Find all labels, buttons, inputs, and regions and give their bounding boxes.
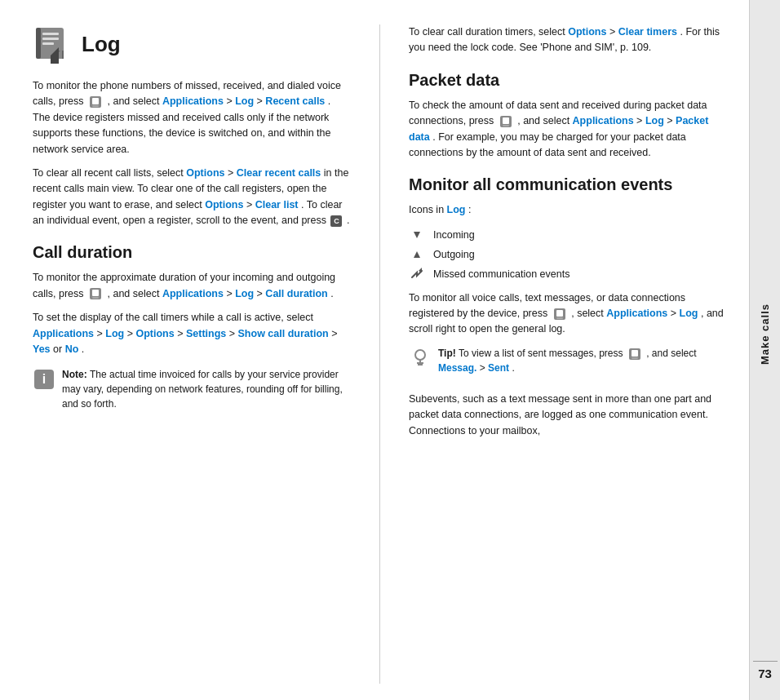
sep-3: > [228, 167, 237, 179]
c-key-icon: C [330, 215, 342, 227]
note-body: The actual time invoiced for calls by yo… [62, 369, 343, 410]
phone-icon-3 [499, 115, 513, 128]
para-clear-text1: To clear all recent call lists, select [33, 167, 186, 179]
note-text: Note: The actual time invoiced for calls… [62, 367, 351, 411]
page-title: Log [82, 32, 121, 57]
sep-12: or [53, 343, 65, 355]
link-options-1[interactable]: Options [186, 167, 224, 179]
link-log-3[interactable]: Log [105, 328, 124, 339]
tip-body-text1: To view a list of sent messages, press [459, 348, 626, 359]
link-log-r2[interactable]: Log [447, 204, 466, 215]
svg-rect-31 [632, 357, 638, 359]
svg-rect-9 [92, 98, 99, 104]
packet-data-heading: Packet data [409, 71, 727, 90]
sep-9: > [177, 328, 186, 339]
outgoing-label: Outgoing [433, 249, 475, 260]
link-options-2[interactable]: Options [205, 199, 243, 210]
incoming-row: Incoming [409, 227, 727, 243]
sep-r5: > [480, 362, 488, 374]
sep-2: > [257, 95, 266, 107]
note-label: Note: [62, 369, 90, 380]
link-yes[interactable]: Yes [33, 343, 51, 355]
link-log-2[interactable]: Log [235, 288, 254, 299]
para-clear-timers: To clear call duration timers, select Op… [409, 24, 727, 56]
icons-list: Incoming Outgoing Missed communication e… [409, 227, 727, 282]
link-sent[interactable]: Sent [488, 362, 509, 374]
page-container: Log To monitor the phone numbers of miss… [0, 0, 780, 700]
para-clear-end: . [347, 215, 349, 226]
outgoing-row: Outgoing [409, 246, 727, 263]
page-number: 73 [758, 667, 772, 680]
sep-r3: > [667, 115, 676, 126]
phone-icon-4 [552, 308, 567, 321]
link-log-1[interactable]: Log [235, 95, 254, 107]
link-log-r1[interactable]: Log [645, 115, 664, 126]
para-ma-sep: , select [571, 308, 606, 319]
para-scd-end: . [82, 343, 84, 355]
icons-colon: : [468, 204, 471, 215]
phone-icon-5 [627, 348, 642, 361]
para-ct-text1: To clear call duration timers, select [409, 26, 568, 38]
link-applications-3[interactable]: Applications [33, 328, 94, 339]
link-applications-r1[interactable]: Applications [573, 115, 634, 126]
svg-rect-4 [42, 42, 54, 45]
sep-1: > [226, 95, 235, 107]
outgoing-arrow-icon [409, 246, 425, 263]
missed-label: Missed communication events [433, 268, 569, 280]
link-options-3[interactable]: Options [135, 328, 174, 339]
monitor-heading: Monitor all communication events [409, 175, 727, 194]
sidebar-right: Make calls 73 [749, 0, 780, 700]
main-content: Log To monitor the phone numbers of miss… [0, 0, 749, 700]
svg-rect-17 [503, 117, 509, 124]
icons-prefix: Icons in [409, 204, 444, 215]
svg-rect-18 [503, 125, 509, 126]
sep-r4: > [671, 308, 680, 319]
sep-8: > [127, 328, 136, 339]
link-applications-1[interactable]: Applications [162, 95, 224, 107]
link-clear-list[interactable]: Clear list [255, 199, 299, 210]
link-messag[interactable]: Messag. [438, 362, 476, 374]
sep-11: > [331, 328, 337, 339]
tip-icon [409, 347, 432, 370]
left-column: Log To monitor the phone numbers of miss… [33, 24, 351, 684]
para-subevents: Subevents, such as a text message sent i… [409, 392, 727, 439]
tip-text: Tip! To view a list of sent messages, pr… [438, 346, 727, 375]
incoming-arrow-icon [409, 227, 425, 243]
right-column: To clear call duration timers, select Op… [409, 24, 727, 684]
link-clear-recent-calls[interactable]: Clear recent calls [237, 167, 321, 179]
note-box: i Note: The actual time invoiced for cal… [33, 367, 351, 419]
link-applications-r2[interactable]: Applications [606, 308, 667, 319]
link-applications-2[interactable]: Applications [162, 288, 224, 299]
log-heading-section: Log [33, 24, 351, 64]
link-recent-calls[interactable]: Recent calls [265, 95, 325, 107]
svg-rect-13 [92, 297, 99, 299]
para-pd-sep: , and select [517, 115, 572, 126]
svg-text:i: i [42, 372, 46, 386]
tip-body-text2: , and select [646, 348, 696, 359]
sep-r1: > [609, 26, 618, 38]
link-settings[interactable]: Settings [186, 328, 226, 339]
phone-icon-2 [88, 287, 103, 300]
sidebar-label: Make calls [759, 303, 771, 365]
incoming-label: Incoming [433, 229, 475, 241]
svg-rect-2 [42, 33, 59, 35]
para-show-call-duration: To set the display of the call timers wh… [33, 310, 351, 357]
link-call-duration[interactable]: Call duration [265, 288, 327, 299]
svg-rect-3 [42, 38, 59, 40]
tip-end: . [512, 362, 514, 374]
link-options-right-1[interactable]: Options [568, 26, 606, 38]
para-cd-end: . [330, 288, 333, 299]
para-cd-sep: , and select [107, 288, 162, 299]
missed-row: Missed communication events [409, 266, 727, 282]
link-no[interactable]: No [65, 343, 79, 355]
svg-marker-20 [414, 251, 420, 258]
column-divider [379, 24, 380, 684]
svg-rect-30 [632, 350, 638, 357]
svg-rect-23 [556, 310, 563, 317]
svg-rect-1 [36, 28, 41, 59]
link-show-call-duration[interactable]: Show call duration [238, 328, 329, 339]
para-scd-text1: To set the display of the call timers wh… [33, 312, 313, 323]
link-log-r3[interactable]: Log [680, 308, 698, 319]
sidebar-divider [753, 661, 778, 662]
link-clear-timers[interactable]: Clear timers [618, 26, 677, 38]
